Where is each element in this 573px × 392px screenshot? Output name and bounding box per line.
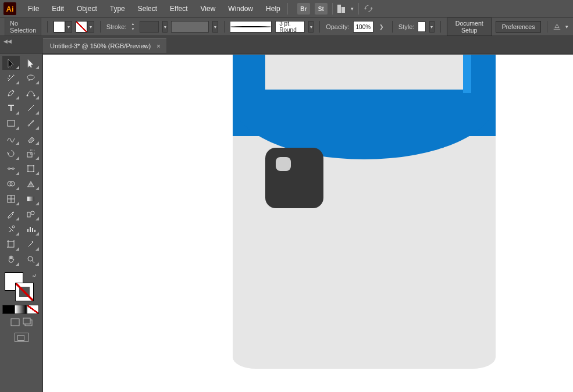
- column-graph-tool[interactable]: [22, 222, 40, 236]
- chevron-down-icon[interactable]: ▾: [351, 6, 354, 12]
- opacity-label: Opacity:: [326, 23, 349, 30]
- menu-window[interactable]: Window: [222, 2, 259, 15]
- svg-point-8: [27, 171, 29, 172]
- menu-bar: Ai File Edit Object Type Select Effect V…: [0, 0, 573, 17]
- document-tab[interactable]: Untitled-3* @ 150% (RGB/Preview) ×: [43, 38, 166, 53]
- graphic-style-swatch[interactable]: [418, 22, 425, 32]
- arrange-documents-icon[interactable]: [337, 5, 345, 13]
- scale-tool[interactable]: [22, 147, 40, 161]
- hand-tool[interactable]: [2, 252, 20, 266]
- preferences-button[interactable]: Preferences: [496, 21, 542, 33]
- shape-builder-tool[interactable]: [2, 177, 20, 191]
- draw-normal-icon[interactable]: [10, 318, 20, 327]
- align-icon[interactable]: [553, 22, 561, 31]
- svg-rect-21: [23, 318, 30, 324]
- artwork: [233, 55, 496, 369]
- panel-collapse-icon[interactable]: ◀◀: [3, 38, 12, 44]
- menu-edit[interactable]: Edit: [46, 2, 70, 15]
- stroke-color-swatch[interactable]: [76, 21, 87, 33]
- type-tool[interactable]: [2, 101, 20, 115]
- menu-file[interactable]: File: [22, 2, 45, 15]
- menu-select[interactable]: Select: [132, 2, 163, 15]
- artboard-tool[interactable]: [2, 237, 20, 251]
- symbol-sprayer-tool[interactable]: [2, 222, 20, 236]
- menu-type[interactable]: Type: [104, 2, 131, 15]
- svg-rect-19: [11, 319, 19, 326]
- opacity-input[interactable]: 100%: [353, 21, 374, 33]
- brush-definition[interactable]: 3 pt. Round: [275, 21, 305, 33]
- svg-rect-13: [27, 197, 34, 201]
- draw-behind-icon[interactable]: [23, 318, 33, 327]
- svg-rect-5: [28, 166, 34, 172]
- color-mode-none[interactable]: [27, 305, 39, 314]
- document-tabs: Untitled-3* @ 150% (RGB/Preview) ×: [0, 36, 573, 54]
- svg-rect-17: [8, 241, 14, 247]
- tab-title: Untitled-3* @ 150% (RGB/Preview): [50, 42, 151, 49]
- stroke-label: Stroke:: [106, 23, 127, 30]
- stroke-dropdown[interactable]: ▾: [87, 21, 94, 33]
- lasso-tool[interactable]: [22, 71, 40, 85]
- svg-point-16: [12, 226, 15, 228]
- gradient-tool[interactable]: [22, 192, 40, 206]
- paintbrush-tool[interactable]: [22, 116, 40, 130]
- divider: [358, 3, 359, 15]
- align-dropdown[interactable]: ▾: [565, 24, 568, 30]
- sync-settings-icon[interactable]: [364, 3, 374, 14]
- opacity-flyout[interactable]: ❯: [377, 24, 386, 30]
- line-segment-tool[interactable]: [22, 101, 40, 115]
- brush-dropdown[interactable]: ▾: [308, 21, 314, 33]
- shaper-tool[interactable]: [2, 131, 20, 145]
- variable-width-profile[interactable]: [171, 21, 209, 33]
- svg-point-1: [33, 95, 35, 97]
- bridge-icon[interactable]: Br: [297, 3, 310, 15]
- menu-object[interactable]: Object: [71, 2, 103, 15]
- pen-tool[interactable]: [2, 86, 20, 100]
- svg-rect-2: [8, 120, 15, 126]
- stroke-swatch[interactable]: [15, 283, 34, 301]
- stroke-weight-dropdown[interactable]: ▾: [162, 21, 168, 33]
- eraser-tool[interactable]: [22, 131, 40, 145]
- blend-tool[interactable]: [22, 207, 40, 221]
- free-transform-tool[interactable]: [22, 162, 40, 176]
- slice-tool[interactable]: [22, 237, 40, 251]
- screen-mode-icon[interactable]: [15, 333, 29, 342]
- direct-selection-tool[interactable]: [22, 56, 40, 70]
- width-tool[interactable]: [2, 162, 20, 176]
- svg-point-6: [27, 165, 29, 166]
- selection-tool[interactable]: [2, 56, 20, 70]
- variable-width-dropdown[interactable]: ▾: [212, 21, 218, 33]
- menu-view[interactable]: View: [195, 2, 222, 15]
- perspective-grid-tool[interactable]: [22, 177, 40, 191]
- color-mode-solid[interactable]: [2, 305, 15, 314]
- rectangle-tool[interactable]: [2, 116, 20, 130]
- control-bar: No Selection ▾ ▾ Stroke: ▲▼ ▾ ▾ 3 pt. Ro…: [0, 17, 573, 36]
- svg-point-9: [33, 171, 34, 172]
- menu-help[interactable]: Help: [260, 2, 286, 15]
- color-mode-gradient[interactable]: [15, 305, 27, 314]
- eyedropper-tool[interactable]: [2, 207, 20, 221]
- brush-preview[interactable]: [230, 21, 272, 33]
- svg-rect-14: [27, 212, 30, 217]
- zoom-tool[interactable]: [22, 252, 40, 266]
- svg-point-7: [33, 165, 34, 166]
- style-dropdown[interactable]: ▾: [429, 21, 435, 33]
- stroke-weight-input[interactable]: [140, 21, 159, 33]
- selection-status: No Selection: [5, 17, 41, 36]
- svg-rect-3: [27, 152, 32, 157]
- mesh-tool[interactable]: [2, 192, 20, 206]
- swap-fill-stroke-icon[interactable]: ⤾: [32, 272, 37, 279]
- fill-dropdown[interactable]: ▾: [65, 21, 72, 33]
- stock-icon[interactable]: St: [315, 3, 328, 15]
- menu-effect[interactable]: Effect: [164, 2, 193, 15]
- rotate-tool[interactable]: [2, 147, 20, 161]
- color-mode-row: [2, 305, 40, 314]
- curvature-tool[interactable]: [22, 86, 40, 100]
- svg-point-18: [28, 256, 33, 261]
- document-setup-button[interactable]: Document Setup: [447, 17, 492, 36]
- stroke-weight-stepper[interactable]: ▲▼: [130, 22, 136, 32]
- magic-wand-tool[interactable]: [2, 71, 20, 85]
- fill-color-swatch[interactable]: [54, 21, 65, 33]
- svg-point-0: [26, 95, 28, 97]
- canvas[interactable]: [43, 55, 573, 392]
- close-icon[interactable]: ×: [156, 42, 160, 49]
